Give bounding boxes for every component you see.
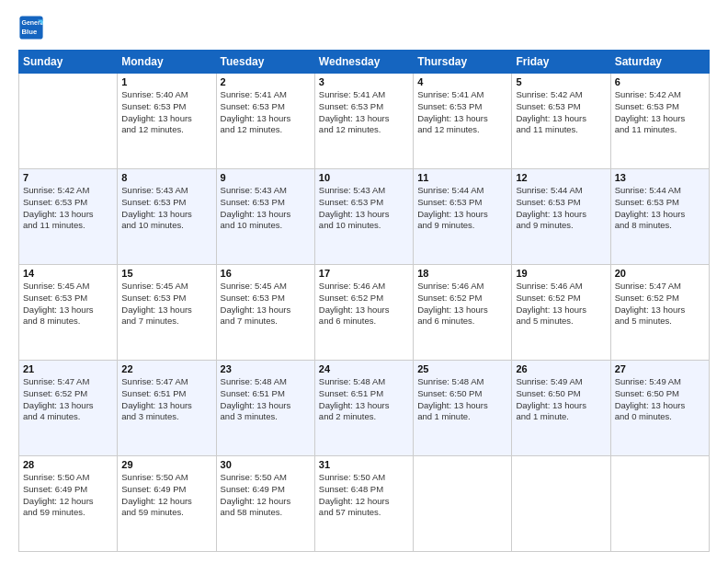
day-number: 25 xyxy=(417,363,507,374)
day-number: 15 xyxy=(121,268,211,279)
day-info: Sunrise: 5:43 AM Sunset: 6:53 PM Dayligh… xyxy=(221,185,311,232)
day-info: Sunrise: 5:50 AM Sunset: 6:48 PM Dayligh… xyxy=(319,472,409,519)
day-info: Sunrise: 5:44 AM Sunset: 6:53 PM Dayligh… xyxy=(615,185,705,232)
calendar-cell: 13Sunrise: 5:44 AM Sunset: 6:53 PM Dayli… xyxy=(610,169,709,265)
calendar-cell: 17Sunrise: 5:46 AM Sunset: 6:52 PM Dayli… xyxy=(314,265,413,361)
calendar-cell: 9Sunrise: 5:43 AM Sunset: 6:53 PM Daylig… xyxy=(216,169,314,265)
calendar-cell: 15Sunrise: 5:45 AM Sunset: 6:53 PM Dayli… xyxy=(118,265,216,361)
calendar-cell: 27Sunrise: 5:49 AM Sunset: 6:50 PM Dayli… xyxy=(610,361,709,456)
weekday-header: Saturday xyxy=(610,51,709,74)
weekday-header: Wednesday xyxy=(314,51,413,74)
day-number: 29 xyxy=(121,459,211,470)
day-number: 11 xyxy=(417,172,507,183)
calendar-cell: 21Sunrise: 5:47 AM Sunset: 6:52 PM Dayli… xyxy=(19,361,118,456)
day-number: 19 xyxy=(516,268,606,279)
day-info: Sunrise: 5:50 AM Sunset: 6:49 PM Dayligh… xyxy=(221,472,311,519)
day-number: 2 xyxy=(221,76,311,87)
calendar-cell: 8Sunrise: 5:43 AM Sunset: 6:53 PM Daylig… xyxy=(118,169,216,265)
calendar-week-row: 21Sunrise: 5:47 AM Sunset: 6:52 PM Dayli… xyxy=(19,361,710,456)
day-number: 30 xyxy=(221,459,311,470)
calendar-week-row: 28Sunrise: 5:50 AM Sunset: 6:49 PM Dayli… xyxy=(19,456,710,552)
day-number: 31 xyxy=(319,459,409,470)
weekday-header: Monday xyxy=(118,51,216,74)
calendar-week-row: 14Sunrise: 5:45 AM Sunset: 6:53 PM Dayli… xyxy=(19,265,710,361)
calendar-cell: 18Sunrise: 5:46 AM Sunset: 6:52 PM Dayli… xyxy=(414,265,512,361)
day-info: Sunrise: 5:48 AM Sunset: 6:51 PM Dayligh… xyxy=(221,376,311,423)
day-number: 28 xyxy=(23,459,113,470)
day-number: 26 xyxy=(516,363,606,374)
day-info: Sunrise: 5:45 AM Sunset: 6:53 PM Dayligh… xyxy=(23,281,113,327)
calendar-cell: 12Sunrise: 5:44 AM Sunset: 6:53 PM Dayli… xyxy=(512,169,610,265)
day-info: Sunrise: 5:46 AM Sunset: 6:52 PM Dayligh… xyxy=(516,281,606,327)
day-info: Sunrise: 5:47 AM Sunset: 6:51 PM Dayligh… xyxy=(121,376,211,423)
day-number: 4 xyxy=(417,76,507,87)
calendar-cell: 14Sunrise: 5:45 AM Sunset: 6:53 PM Dayli… xyxy=(19,265,118,361)
calendar-cell: 16Sunrise: 5:45 AM Sunset: 6:53 PM Dayli… xyxy=(216,265,314,361)
weekday-header: Friday xyxy=(512,51,610,74)
day-info: Sunrise: 5:41 AM Sunset: 6:53 PM Dayligh… xyxy=(417,89,507,136)
header: General Blue xyxy=(18,15,710,40)
calendar-cell: 1Sunrise: 5:40 AM Sunset: 6:53 PM Daylig… xyxy=(118,74,216,169)
calendar-cell xyxy=(19,74,118,169)
day-info: Sunrise: 5:44 AM Sunset: 6:53 PM Dayligh… xyxy=(417,185,507,232)
day-info: Sunrise: 5:42 AM Sunset: 6:53 PM Dayligh… xyxy=(615,89,705,136)
calendar-cell: 11Sunrise: 5:44 AM Sunset: 6:53 PM Dayli… xyxy=(414,169,512,265)
calendar-cell: 28Sunrise: 5:50 AM Sunset: 6:49 PM Dayli… xyxy=(19,456,118,552)
calendar-cell: 3Sunrise: 5:41 AM Sunset: 6:53 PM Daylig… xyxy=(314,74,413,169)
calendar-cell: 5Sunrise: 5:42 AM Sunset: 6:53 PM Daylig… xyxy=(512,74,610,169)
day-info: Sunrise: 5:41 AM Sunset: 6:53 PM Dayligh… xyxy=(221,89,311,136)
day-number: 14 xyxy=(23,268,113,279)
day-number: 22 xyxy=(121,363,211,374)
day-number: 12 xyxy=(516,172,606,183)
calendar-cell: 6Sunrise: 5:42 AM Sunset: 6:53 PM Daylig… xyxy=(610,74,709,169)
calendar-cell: 19Sunrise: 5:46 AM Sunset: 6:52 PM Dayli… xyxy=(512,265,610,361)
day-number: 6 xyxy=(615,76,705,87)
svg-text:Blue: Blue xyxy=(22,28,38,36)
calendar-week-row: 1Sunrise: 5:40 AM Sunset: 6:53 PM Daylig… xyxy=(19,74,710,169)
day-info: Sunrise: 5:48 AM Sunset: 6:50 PM Dayligh… xyxy=(417,376,507,423)
day-info: Sunrise: 5:49 AM Sunset: 6:50 PM Dayligh… xyxy=(615,376,705,423)
day-number: 13 xyxy=(615,172,705,183)
weekday-header: Thursday xyxy=(414,51,512,74)
day-number: 16 xyxy=(221,268,311,279)
weekday-header: Tuesday xyxy=(216,51,314,74)
calendar-cell: 25Sunrise: 5:48 AM Sunset: 6:50 PM Dayli… xyxy=(414,361,512,456)
day-info: Sunrise: 5:50 AM Sunset: 6:49 PM Dayligh… xyxy=(121,472,211,519)
day-number: 5 xyxy=(516,76,606,87)
calendar-week-row: 7Sunrise: 5:42 AM Sunset: 6:53 PM Daylig… xyxy=(19,169,710,265)
day-info: Sunrise: 5:43 AM Sunset: 6:53 PM Dayligh… xyxy=(121,185,211,232)
day-info: Sunrise: 5:42 AM Sunset: 6:53 PM Dayligh… xyxy=(516,89,606,136)
day-number: 7 xyxy=(23,172,113,183)
day-info: Sunrise: 5:50 AM Sunset: 6:49 PM Dayligh… xyxy=(23,472,113,519)
day-number: 23 xyxy=(221,363,311,374)
calendar-header-row: SundayMondayTuesdayWednesdayThursdayFrid… xyxy=(19,51,710,74)
weekday-header: Sunday xyxy=(19,51,118,74)
calendar-cell: 26Sunrise: 5:49 AM Sunset: 6:50 PM Dayli… xyxy=(512,361,610,456)
day-number: 3 xyxy=(319,76,409,87)
calendar-cell: 10Sunrise: 5:43 AM Sunset: 6:53 PM Dayli… xyxy=(314,169,413,265)
day-info: Sunrise: 5:41 AM Sunset: 6:53 PM Dayligh… xyxy=(319,89,409,136)
calendar-cell: 29Sunrise: 5:50 AM Sunset: 6:49 PM Dayli… xyxy=(118,456,216,552)
day-info: Sunrise: 5:47 AM Sunset: 6:52 PM Dayligh… xyxy=(23,376,113,423)
day-info: Sunrise: 5:45 AM Sunset: 6:53 PM Dayligh… xyxy=(221,281,311,327)
day-number: 20 xyxy=(615,268,705,279)
day-info: Sunrise: 5:48 AM Sunset: 6:51 PM Dayligh… xyxy=(319,376,409,423)
calendar-cell: 22Sunrise: 5:47 AM Sunset: 6:51 PM Dayli… xyxy=(118,361,216,456)
day-number: 18 xyxy=(417,268,507,279)
day-number: 1 xyxy=(121,76,211,87)
day-number: 27 xyxy=(615,363,705,374)
day-info: Sunrise: 5:40 AM Sunset: 6:53 PM Dayligh… xyxy=(121,89,211,136)
day-info: Sunrise: 5:46 AM Sunset: 6:52 PM Dayligh… xyxy=(417,281,507,327)
calendar-cell xyxy=(610,456,709,552)
page: General Blue SundayMondayTuesdayWednesda… xyxy=(0,0,728,563)
calendar-cell xyxy=(414,456,512,552)
day-number: 21 xyxy=(23,363,113,374)
day-number: 17 xyxy=(319,268,409,279)
calendar-cell: 23Sunrise: 5:48 AM Sunset: 6:51 PM Dayli… xyxy=(216,361,314,456)
calendar-cell: 4Sunrise: 5:41 AM Sunset: 6:53 PM Daylig… xyxy=(414,74,512,169)
calendar-cell: 7Sunrise: 5:42 AM Sunset: 6:53 PM Daylig… xyxy=(19,169,118,265)
calendar-cell: 2Sunrise: 5:41 AM Sunset: 6:53 PM Daylig… xyxy=(216,74,314,169)
day-number: 9 xyxy=(221,172,311,183)
calendar-cell xyxy=(512,456,610,552)
logo-icon: General Blue xyxy=(18,15,44,40)
